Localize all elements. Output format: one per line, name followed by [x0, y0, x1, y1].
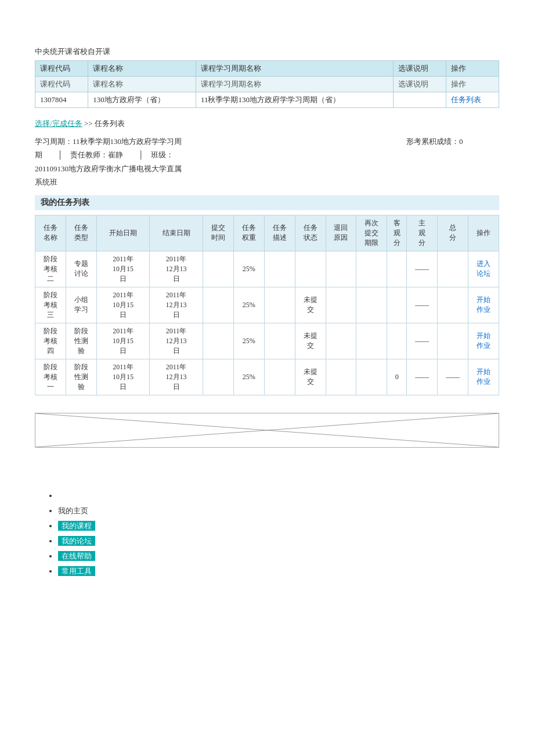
forum-link[interactable]: 我的论坛 [58, 536, 95, 546]
task-status-1 [295, 251, 326, 287]
th-submit-time: 提交时间 [203, 215, 233, 251]
info-block: 学习周期：11秋季学期130地方政府学学习周 期 │ 责任教师：崔静 │ 班级：… [35, 135, 499, 189]
task-action-3[interactable]: 开始作业 [468, 323, 499, 359]
task-obj-4: 0 [387, 359, 407, 395]
th-weight: 任务权重 [233, 215, 264, 251]
task-name-1: 阶段考核二 [35, 251, 66, 287]
bottom-nav-item-home: 我的主页 [58, 503, 499, 519]
task-row-1: 阶段考核二 专题讨论 2011年10月15日 2011年12月13日 25% —… [35, 251, 499, 287]
task-start-3: 2011年10月15日 [96, 323, 149, 359]
task-type-2: 小组学习 [66, 287, 96, 323]
course-period-value: 11秋季学期130地方政府学学习周期（省） [196, 92, 393, 108]
breadcrumb-separator: >> 任务列表 [84, 119, 125, 128]
task-end-2: 2011年12月13日 [150, 287, 203, 323]
course-sub-header: 课程代码 课程名称 课程学习周期名称 选课说明 操作 [35, 77, 499, 92]
task-action-2[interactable]: 开始作业 [468, 287, 499, 323]
sub-col-action: 操作 [446, 77, 499, 92]
study-period-line1: 学习周期：11秋季学期130地方政府学学习周 [35, 135, 395, 148]
breadcrumb-area: 选择/完成任务 >> 任务列表 [35, 118, 499, 129]
task-resubmit-2 [356, 287, 387, 323]
task-total-2 [438, 287, 468, 323]
col-note: 选课说明 [393, 61, 446, 77]
bottom-nav-item-course[interactable]: 我的课程 [58, 519, 499, 534]
task-resubmit-4 [356, 359, 387, 395]
class-value2: 系统班 [35, 175, 395, 189]
task-sub-3: —— [407, 323, 438, 359]
task-total-3 [438, 323, 468, 359]
th-task-type: 任务类型 [66, 215, 96, 251]
sub-col-note: 选课说明 [393, 77, 446, 92]
bottom-nav-item-help[interactable]: 在线帮助 [58, 549, 499, 564]
task-action-1[interactable]: 进入论坛 [468, 251, 499, 287]
course-table-header: 课程代码 课程名称 课程学习周期名称 选课说明 操作 [35, 61, 499, 77]
task-submit-2 [203, 287, 233, 323]
task-start-4: 2011年10月15日 [96, 359, 149, 395]
decorative-box [35, 413, 499, 448]
study-period-line2: 期 │ 责任教师：崔静 │ 班级： [35, 148, 395, 161]
home-label: 我的主页 [58, 506, 88, 515]
task-type-1: 专题讨论 [66, 251, 96, 287]
th-reason: 退回原因 [326, 215, 356, 251]
task-row-2: 阶段考核三 小组学习 2011年10月15日 2011年12月13日 25% 未… [35, 287, 499, 323]
task-obj-3 [387, 323, 407, 359]
course-link[interactable]: 我的课程 [58, 521, 95, 531]
task-desc-1 [264, 251, 295, 287]
task-table-header-row: 任务名称 任务类型 开始日期 结束日期 提交时间 任务权重 任务描述 任务状态 … [35, 215, 499, 251]
th-obj-score: 客观分 [387, 215, 407, 251]
task-weight-1: 25% [233, 251, 264, 287]
task-end-3: 2011年12月13日 [150, 323, 203, 359]
task-weight-3: 25% [233, 323, 264, 359]
task-total-1 [438, 251, 468, 287]
tools-link[interactable]: 常用工具 [58, 566, 95, 576]
task-desc-3 [264, 323, 295, 359]
th-start-date: 开始日期 [96, 215, 149, 251]
info-row: 学习周期：11秋季学期130地方政府学学习周 期 │ 责任教师：崔静 │ 班级：… [35, 135, 499, 189]
col-course-code: 课程代码 [35, 61, 88, 77]
task-table: 任务名称 任务类型 开始日期 结束日期 提交时间 任务权重 任务描述 任务状态 … [35, 215, 499, 395]
task-sub-4: —— [407, 359, 438, 395]
task-type-4: 阶段性测验 [66, 359, 96, 395]
bottom-nav-item-forum[interactable]: 我的论坛 [58, 534, 499, 549]
bottom-nav-item-empty [58, 488, 499, 503]
task-name-4: 阶段考核一 [35, 359, 66, 395]
sub-col-name: 课程名称 [88, 77, 196, 92]
th-resubmit: 再次提交期限 [356, 215, 387, 251]
task-reason-3 [326, 323, 356, 359]
task-start-2: 2011年10月15日 [96, 287, 149, 323]
bottom-nav: 我的主页 我的课程 我的论坛 在线帮助 常用工具 [0, 483, 534, 591]
th-desc: 任务描述 [264, 215, 295, 251]
task-reason-2 [326, 287, 356, 323]
task-status-2: 未提交 [295, 287, 326, 323]
task-submit-4 [203, 359, 233, 395]
course-code-value: 1307804 [35, 92, 88, 108]
bottom-nav-item-tools[interactable]: 常用工具 [58, 564, 499, 579]
task-submit-1 [203, 251, 233, 287]
task-name-3: 阶段考核四 [35, 323, 66, 359]
section-title: 中央统开课省校自开课 [35, 46, 499, 57]
breadcrumb-link[interactable]: 选择/完成任务 [35, 119, 82, 128]
task-weight-2: 25% [233, 287, 264, 323]
task-total-4: —— [438, 359, 468, 395]
task-sub-2: —— [407, 287, 438, 323]
sub-col-period: 课程学习周期名称 [196, 77, 393, 92]
info-right: 形考累积成绩：0 [406, 135, 499, 148]
col-course-name: 课程名称 [88, 61, 196, 77]
task-status-4: 未提交 [295, 359, 326, 395]
th-task-name: 任务名称 [35, 215, 66, 251]
th-action: 操作 [468, 215, 499, 251]
task-status-3: 未提交 [295, 323, 326, 359]
task-name-2: 阶段考核三 [35, 287, 66, 323]
task-action-4[interactable]: 开始作业 [468, 359, 499, 395]
task-end-1: 2011年12月13日 [150, 251, 203, 287]
task-row-4: 阶段考核一 阶段性测验 2011年10月15日 2011年12月13日 25% … [35, 359, 499, 395]
task-resubmit-1 [356, 251, 387, 287]
th-status: 任务状态 [295, 215, 326, 251]
course-action-value[interactable]: 任务列表 [446, 92, 499, 108]
task-end-4: 2011年12月13日 [150, 359, 203, 395]
task-resubmit-3 [356, 323, 387, 359]
bottom-nav-list: 我的主页 我的课程 我的论坛 在线帮助 常用工具 [35, 488, 499, 579]
task-section-title: 我的任务列表 [35, 195, 499, 210]
task-desc-4 [264, 359, 295, 395]
sub-col-code: 课程代码 [35, 77, 88, 92]
help-link[interactable]: 在线帮助 [58, 551, 95, 561]
